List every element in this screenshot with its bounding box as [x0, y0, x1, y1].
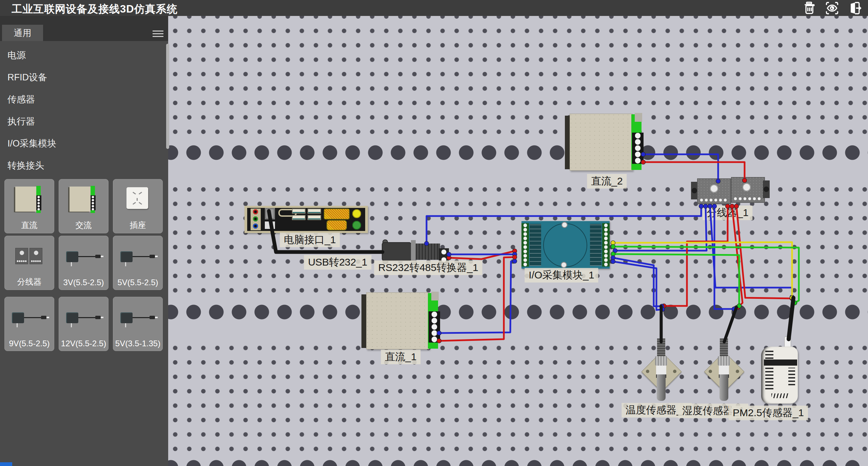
ps2-port[interactable] [265, 208, 275, 219]
menu-item-power[interactable]: 电源 [0, 44, 159, 66]
view-focus-icon[interactable] [825, 1, 840, 16]
device-label: 分线器_1 [703, 206, 752, 220]
sidebar-scrollbar[interactable] [166, 44, 169, 149]
splitter-thumbnail [4, 239, 54, 275]
panel-slot [265, 221, 275, 229]
io-terminal-strip-right[interactable] [602, 223, 610, 267]
io-pin-labels-left [530, 224, 541, 266]
audio-jack-blue[interactable] [253, 224, 258, 229]
cable-gland [784, 336, 791, 348]
audio-jack-green[interactable] [253, 216, 258, 221]
pm25-band [764, 360, 797, 366]
dc-terminals[interactable] [429, 311, 440, 343]
card-label: 3V(5.5-2.5) [59, 278, 108, 287]
round-port-yellow[interactable] [352, 209, 361, 218]
pegboard-holes [168, 454, 868, 466]
component-card-5v-135[interactable]: 5V(3.5-1.35) [113, 297, 163, 351]
pegboard-holes [168, 293, 868, 343]
converter-body [416, 244, 440, 260]
device-dc-power-1[interactable] [361, 292, 445, 351]
device-label: USB转232_1 [304, 255, 371, 270]
dvi-port[interactable] [324, 209, 349, 219]
component-card-3v[interactable]: 3V(5.5-2.5) [59, 236, 108, 290]
probe-cap [720, 338, 728, 356]
component-card-12v[interactable]: 12V(5.5-2.5) [59, 297, 108, 351]
component-card-splitter[interactable]: 分线器 [4, 236, 54, 290]
card-label: 交流 [59, 220, 108, 231]
db9-hood [382, 242, 412, 261]
socket-thumbnail [113, 182, 163, 218]
ac-thumbnail [59, 182, 108, 218]
device-io-module-1[interactable] [521, 221, 610, 269]
menu-icon[interactable] [153, 29, 163, 38]
component-card-ac[interactable]: 交流 [59, 179, 108, 233]
resize-handle [0, 462, 12, 466]
category-menu: 电源 RFID设备 传感器 执行器 I/O采集模块 转换接头 [0, 44, 159, 177]
device-humidity-sensor-1[interactable] [709, 338, 739, 403]
mount-hole [709, 370, 712, 373]
usb-port[interactable] [308, 209, 321, 214]
dc-terminals[interactable] [632, 133, 644, 164]
card-label: 9V(5.5-2.5) [4, 339, 54, 348]
component-card-9v[interactable]: 9V(5.5-2.5) [4, 297, 54, 351]
probe-band [656, 366, 666, 374]
device-pm25-sensor-1[interactable] [761, 339, 798, 404]
probe-collar [655, 356, 667, 366]
device-temperature-sensor-1[interactable] [646, 338, 676, 403]
card-label: 分线器 [4, 276, 54, 287]
probe-tube [657, 374, 666, 401]
adapter-thumbnail [59, 300, 108, 336]
menu-item-converter[interactable]: 转换接头 [0, 155, 159, 177]
probe-band [719, 366, 729, 374]
vent-slots [765, 368, 773, 389]
component-card-5v[interactable]: 5V(5.5-2.5) [113, 236, 163, 290]
vent-slots [788, 368, 795, 385]
sidebar-panel: 通用 电源 RFID设备 传感器 执行器 I/O采集模块 转换接头 直流 交流 [0, 16, 168, 466]
io-terminal-strip-left[interactable] [521, 223, 529, 267]
mount-hole [646, 370, 649, 373]
mount-hole [692, 188, 697, 193]
exit-icon[interactable] [847, 1, 862, 16]
audio-jack-red[interactable] [253, 209, 258, 214]
io-screw-top [561, 222, 568, 228]
io-circle-mark [543, 223, 587, 267]
card-label: 5V(5.5-2.5) [113, 278, 163, 287]
card-label: 插座 [113, 220, 163, 231]
probe-cap [657, 338, 665, 356]
menu-item-rfid[interactable]: RFID设备 [0, 66, 159, 89]
vga-port[interactable] [327, 221, 346, 230]
top-bar: 工业互联网设备及接线3D仿真系统 [0, 0, 868, 16]
round-port-green[interactable] [352, 221, 361, 230]
adapter-thumbnail [113, 300, 163, 336]
device-pc-interface-1[interactable] [244, 206, 368, 233]
component-card-socket[interactable]: 插座 [113, 179, 163, 233]
splitter-terminals[interactable] [734, 197, 762, 201]
dc-thumbnail [4, 182, 54, 218]
card-label: 5V(3.5-1.35) [113, 339, 163, 348]
usb-port[interactable] [292, 215, 305, 220]
device-label: 直流_2 [587, 174, 627, 189]
menu-item-sensor[interactable]: 传感器 [0, 89, 159, 111]
probe-collar [718, 356, 730, 366]
tab-general[interactable]: 通用 [2, 25, 43, 41]
usb-port[interactable] [292, 209, 305, 214]
splitter-block-left[interactable] [697, 178, 731, 204]
app-window: 直流_2 分线器_1 电脑接口_1 USB转232_1 RS232转485转换器… [0, 0, 868, 466]
splitter-terminals[interactable] [700, 198, 728, 202]
mount-hole [673, 370, 676, 373]
splitter-block-right[interactable] [731, 177, 765, 203]
trash-icon[interactable] [802, 1, 817, 16]
mount-hole [764, 187, 769, 192]
device-dc-power-2[interactable] [565, 113, 648, 172]
device-splitter-1[interactable] [691, 176, 770, 206]
usb-port[interactable] [308, 215, 321, 220]
probe-tube [719, 374, 728, 401]
device-label: 直流_1 [381, 350, 420, 364]
adapter-thumbnail [113, 239, 163, 275]
db9-flange [411, 240, 416, 263]
dc-body [570, 114, 633, 171]
menu-item-io-module[interactable]: I/O采集模块 [0, 133, 159, 155]
component-card-dc[interactable]: 直流 [4, 179, 54, 233]
card-label: 12V(5.5-2.5) [59, 339, 108, 348]
menu-item-actuator[interactable]: 执行器 [0, 111, 159, 133]
